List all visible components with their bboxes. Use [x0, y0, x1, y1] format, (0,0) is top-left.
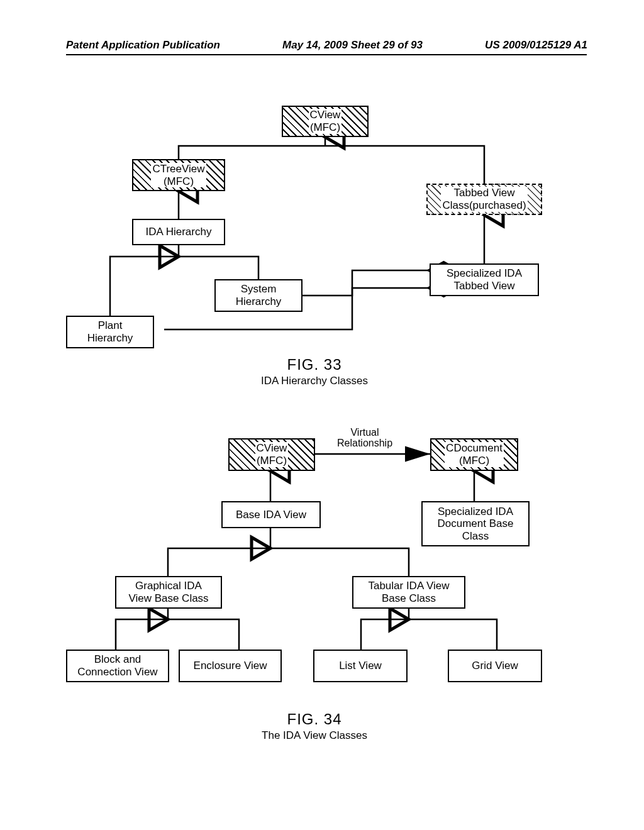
node-ida-hierarchy: IDA Hierarchy	[132, 219, 225, 245]
node-specialized-ida-tabbed: Specialized IDATabbed View	[430, 263, 539, 296]
node-graphical-ida: Graphical IDAView Base Class	[115, 576, 222, 609]
node-base-ida-view: Base IDA View	[221, 501, 321, 528]
header-right: US 2009/0125129 A1	[485, 39, 587, 52]
node-spec-ida-doc-base: Specialized IDADocument BaseClass	[421, 501, 530, 546]
node-cview2: CView(MFC)	[228, 438, 315, 471]
node-cdocument: CDocument(MFC)	[430, 438, 518, 471]
label-virtual-relationship: VirtualRelationship	[327, 428, 402, 449]
node-cview: CView(MFC)	[282, 106, 369, 137]
node-listview: List View	[313, 650, 408, 682]
node-gridview: Grid View	[448, 650, 542, 682]
node-plant-hierarchy: PlantHierarchy	[66, 316, 154, 348]
header-center: May 14, 2009 Sheet 29 of 93	[282, 39, 423, 52]
node-tabular-ida: Tabular IDA ViewBase Class	[352, 576, 465, 609]
node-enclosure: Enclosure View	[179, 650, 282, 682]
node-tabbedview: Tabbed ViewClass(purchased)	[426, 184, 542, 215]
node-ctreeview: CTreeView(MFC)	[132, 159, 225, 191]
node-block-conn: Block andConnection View	[66, 650, 169, 682]
header-left: Patent Application Publication	[66, 39, 220, 52]
header-rule	[66, 54, 587, 55]
fig34-caption: FIG. 34 The IDA View Classes	[220, 709, 409, 743]
fig33-caption: FIG. 33 IDA Hierarchy Classes	[220, 355, 409, 388]
node-system-hierarchy: SystemHierarchy	[214, 279, 303, 312]
